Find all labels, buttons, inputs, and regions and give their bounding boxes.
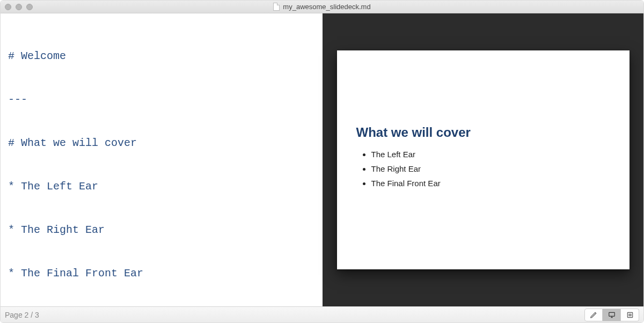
slide-title: What we will cover bbox=[356, 125, 610, 140]
main-split: # Welcome --- # What we will cover * The… bbox=[1, 13, 643, 306]
editor-line: * The Left Ear bbox=[8, 179, 315, 194]
outline-mode-button[interactable] bbox=[621, 309, 639, 321]
filename-label: my_awesome_slidedeck.md bbox=[283, 3, 370, 11]
editor-line: --- bbox=[8, 92, 315, 107]
window-title: my_awesome_slidedeck.md bbox=[1, 1, 643, 13]
view-mode-toggle bbox=[584, 309, 639, 321]
editor-line: # Welcome bbox=[8, 49, 315, 63]
present-mode-button[interactable] bbox=[603, 309, 621, 321]
window-controls bbox=[5, 4, 33, 10]
markdown-editor[interactable]: # Welcome --- # What we will cover * The… bbox=[1, 13, 323, 306]
editor-line: # What we will cover bbox=[8, 136, 315, 150]
titlebar: my_awesome_slidedeck.md bbox=[1, 1, 643, 13]
close-window-button[interactable] bbox=[5, 4, 11, 10]
app-window: my_awesome_slidedeck.md # Welcome --- # … bbox=[0, 0, 644, 323]
slide-preview[interactable]: What we will cover The Left Ear The Righ… bbox=[337, 50, 630, 269]
slide-list-item: The Right Ear bbox=[371, 164, 610, 173]
file-icon bbox=[273, 3, 280, 11]
preview-pane: What we will cover The Left Ear The Righ… bbox=[323, 13, 643, 306]
minimize-window-button[interactable] bbox=[16, 4, 22, 10]
zoom-window-button[interactable] bbox=[26, 4, 33, 10]
slide-list-item: The Left Ear bbox=[371, 150, 610, 159]
slide-list-item: The Final Front Ear bbox=[371, 179, 610, 188]
edit-mode-button[interactable] bbox=[584, 309, 603, 321]
slide-list: The Left Ear The Right Ear The Final Fro… bbox=[356, 150, 610, 188]
editor-line: * The Final Front Ear bbox=[8, 266, 315, 281]
page-indicator: Page 2 / 3 bbox=[5, 311, 39, 319]
screen-icon bbox=[608, 311, 616, 319]
editor-line: * The Right Ear bbox=[8, 223, 315, 237]
svg-rect-0 bbox=[609, 312, 614, 316]
pencil-icon bbox=[590, 311, 597, 319]
list-icon bbox=[626, 311, 634, 319]
status-bar: Page 2 / 3 bbox=[1, 306, 643, 322]
